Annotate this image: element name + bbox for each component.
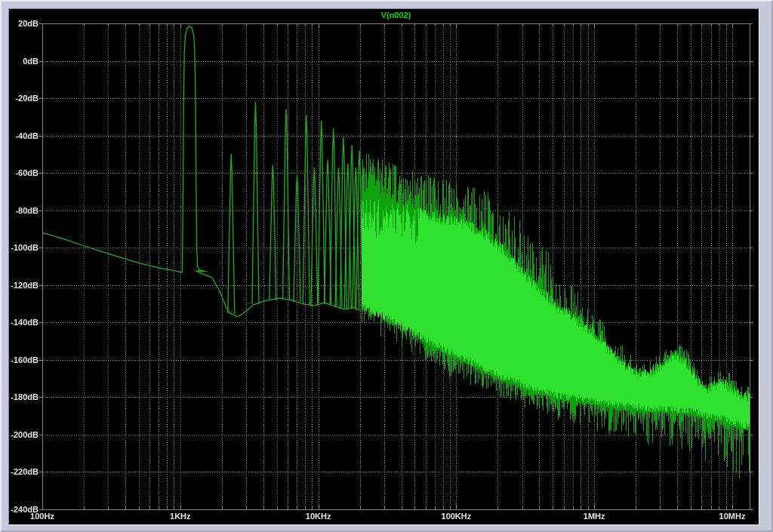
y-axis-label: -160dB: [9, 355, 38, 364]
y-axis-label: -180dB: [9, 392, 38, 401]
y-axis-label: -80dB: [9, 206, 38, 215]
plot-panel: V(n002) 20dB0dB-20dB-40dB-60dB-80dB-100d…: [8, 8, 759, 525]
y-axis-label: 0dB: [9, 57, 38, 66]
y-axis-label: -100dB: [9, 243, 38, 252]
fft-plot-canvas[interactable]: [9, 9, 759, 524]
x-axis-label: 100Hz: [12, 512, 72, 521]
y-axis-label: -20dB: [9, 94, 38, 103]
y-axis-label: -60dB: [9, 168, 38, 177]
x-axis-label: 10MHz: [702, 512, 762, 521]
x-axis-label: 100KHz: [426, 512, 486, 521]
x-axis-label: 1MHz: [564, 512, 624, 521]
window-frame: V(n002) 20dB0dB-20dB-40dB-60dB-80dB-100d…: [0, 0, 773, 532]
y-axis-label: -200dB: [9, 430, 38, 439]
y-axis-label: -120dB: [9, 281, 38, 290]
x-axis-label: 10KHz: [288, 512, 349, 521]
y-axis-label: 20dB: [9, 19, 38, 28]
y-axis-label: -220dB: [9, 467, 38, 476]
y-axis-label: -140dB: [9, 318, 38, 327]
y-axis-label: -40dB: [9, 131, 38, 140]
trace-label[interactable]: V(n002): [42, 10, 750, 21]
x-axis-label: 1KHz: [150, 512, 211, 521]
